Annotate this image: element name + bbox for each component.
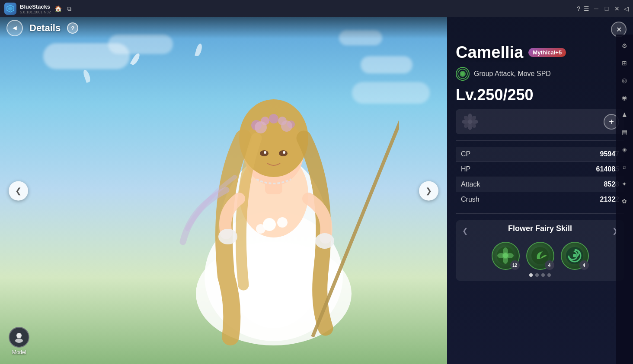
sidebar-toggle-icon[interactable]: ◁ xyxy=(624,5,629,12)
sidebar-icon-person[interactable]: ♟ xyxy=(617,108,631,122)
flower-skill-icon xyxy=(461,113,479,131)
skill-dot-2 xyxy=(535,273,539,277)
svg-point-27 xyxy=(277,217,288,228)
right-panel: ✕ Camellia Mythical+5 Group Attack, Move… xyxy=(447,17,633,364)
titlebar-left: BlueStacks 5.8.101.1001 N32 🏠 ⧉ xyxy=(4,3,71,15)
skill-badge-1: 12 xyxy=(510,260,520,270)
svg-point-56 xyxy=(573,254,576,257)
top-bar: ◄ Details ? xyxy=(0,17,447,39)
model-label: Model xyxy=(12,349,26,355)
close-icon: ✕ xyxy=(616,25,622,34)
svg-point-11 xyxy=(269,114,278,123)
svg-point-29 xyxy=(218,229,237,244)
character-name: Camellia xyxy=(456,43,523,62)
stats-table: CP 95947 HP 614085 Attack 8528 Crush 213… xyxy=(456,147,624,207)
crush-value: 21322 xyxy=(535,192,624,207)
table-row-crush: Crush 21322 xyxy=(456,192,624,207)
maximize-button[interactable]: □ xyxy=(603,5,610,12)
model-icon-bg xyxy=(9,327,29,348)
svg-point-18 xyxy=(264,151,266,154)
next-arrow-button[interactable]: ❯ xyxy=(419,181,438,200)
svg-marker-1 xyxy=(8,6,13,11)
name-section: Camellia Mythical+5 xyxy=(456,43,624,62)
svg-point-32 xyxy=(15,339,23,343)
flower-skill-title: Flower Fairy Skill xyxy=(508,224,572,233)
skill-dot-4 xyxy=(547,273,551,277)
prev-arrow-button[interactable]: ❮ xyxy=(9,181,28,200)
model-button[interactable]: Model xyxy=(9,327,29,355)
table-row-hp: HP 614085 xyxy=(456,162,624,177)
hp-label: HP xyxy=(456,162,535,177)
character-area: ◄ Details ? ❮ ❯ Model xyxy=(0,17,447,364)
app-name: BlueStacks xyxy=(20,3,51,10)
window-controls: ? ☰ ─ □ ✕ ◁ xyxy=(577,5,629,12)
crush-label: Crush xyxy=(456,192,535,207)
help-icon[interactable]: ? xyxy=(577,5,580,12)
type-text: Group Attack, Move SPD xyxy=(474,70,551,78)
page-title: Details xyxy=(29,22,61,34)
back-button[interactable]: ◄ xyxy=(6,20,23,36)
sidebar-icon-eye[interactable]: ◉ xyxy=(617,91,631,104)
titlebar-nav-icons: 🏠 ⧉ xyxy=(54,5,71,13)
svg-point-15 xyxy=(281,120,292,132)
cp-value: 95947 xyxy=(535,147,624,162)
svg-point-31 xyxy=(16,333,22,338)
attack-label: Attack xyxy=(456,177,535,192)
level-display: Lv.250/250 xyxy=(456,86,624,104)
svg-point-28 xyxy=(256,224,265,234)
skill-dot-1 xyxy=(529,273,533,277)
sidebar-icon-settings[interactable]: ⚙ xyxy=(617,39,631,53)
svg-point-46 xyxy=(468,120,472,124)
flower-fairy-skill-section: ❮ Flower Fairy Skill ❯ xyxy=(456,220,624,281)
cp-label: CP xyxy=(456,147,535,162)
window-close-button[interactable]: ✕ xyxy=(614,5,620,12)
skill-icons-row: 12 4 xyxy=(462,242,618,270)
svg-point-36 xyxy=(461,72,464,76)
skill-badge-3: 4 xyxy=(579,260,589,270)
skill-icon-1[interactable]: 12 xyxy=(492,242,520,270)
prev-icon: ❮ xyxy=(15,186,22,196)
sidebar-icon-search[interactable]: ⌕ xyxy=(617,160,631,174)
skill-icon-3[interactable]: 4 xyxy=(561,242,589,270)
minimize-button[interactable]: ─ xyxy=(593,5,600,12)
type-row: Group Attack, Move SPD xyxy=(456,67,624,81)
attack-value: 8528 xyxy=(535,177,624,192)
copy-icon[interactable]: ⧉ xyxy=(67,5,71,13)
app-version: 5.8.101.1001 N32 xyxy=(20,10,51,14)
skill-dot-3 xyxy=(541,273,545,277)
sidebar-icon-tag[interactable]: ◈ xyxy=(617,142,631,156)
divider-1 xyxy=(456,140,624,141)
skill-dots xyxy=(462,273,618,277)
hp-value: 614085 xyxy=(535,162,624,177)
table-row-cp: CP 95947 xyxy=(456,147,624,162)
menu-icon[interactable]: ☰ xyxy=(584,5,589,12)
titlebar: BlueStacks 5.8.101.1001 N32 🏠 ⧉ ? ☰ ─ □ … xyxy=(0,0,633,17)
skill-icon-2[interactable]: 4 xyxy=(526,242,554,270)
app-title-group: BlueStacks 5.8.101.1001 N32 xyxy=(20,3,51,14)
bluestacks-logo xyxy=(4,3,16,15)
help-button[interactable]: ? xyxy=(67,22,78,34)
sidebar-icon-star[interactable]: ✦ xyxy=(617,177,631,191)
skill-icon-row: + xyxy=(456,109,624,134)
home-icon[interactable]: 🏠 xyxy=(54,5,62,12)
sidebar-icon-bar[interactable]: ▤ xyxy=(617,125,631,139)
right-sidebar: ⚙ ⊞ ◎ ◉ ♟ ▤ ◈ ⌕ ✦ ✿ xyxy=(616,35,633,364)
sidebar-icon-gear2[interactable]: ✿ xyxy=(617,194,631,208)
level-text: Lv.250/250 xyxy=(456,86,533,104)
sidebar-icon-grid[interactable]: ⊞ xyxy=(617,56,631,70)
back-icon: ◄ xyxy=(11,24,18,32)
svg-point-30 xyxy=(315,233,334,249)
type-icon xyxy=(456,67,470,81)
help-icon: ? xyxy=(71,25,74,32)
sidebar-icon-circle[interactable]: ◎ xyxy=(617,73,631,87)
svg-point-14 xyxy=(255,121,267,133)
skill-nav-prev[interactable]: ❮ xyxy=(462,227,468,235)
table-row-attack: Attack 8528 xyxy=(456,177,624,192)
svg-point-19 xyxy=(283,151,285,154)
character-illustration xyxy=(148,26,399,354)
game-area: ◄ Details ? ❮ ❯ Model xyxy=(0,17,633,364)
next-icon: ❯ xyxy=(425,186,432,196)
rarity-badge: Mythical+5 xyxy=(528,48,566,57)
svg-point-53 xyxy=(503,253,508,258)
plus-icon: + xyxy=(609,117,614,127)
